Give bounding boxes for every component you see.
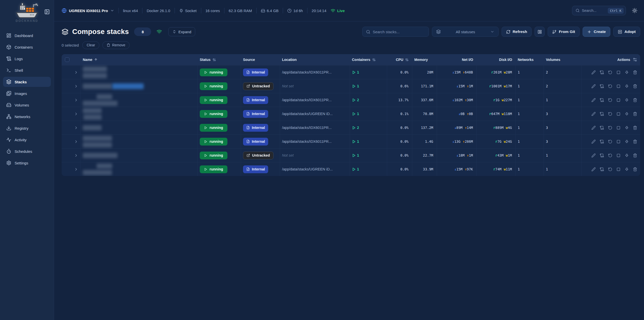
edit-pencil-icon[interactable]	[591, 153, 596, 158]
from-git-button[interactable]: From Git	[548, 27, 580, 37]
edit-pencil-icon[interactable]	[591, 70, 596, 75]
delete-trash-icon[interactable]	[633, 70, 637, 75]
stop-icon[interactable]	[616, 98, 621, 102]
col-header-disk[interactable]: Disk I/O	[477, 54, 516, 65]
delete-trash-icon[interactable]	[633, 139, 637, 144]
row-expand-toggle[interactable]	[72, 121, 81, 134]
edit-pencil-icon[interactable]	[591, 167, 596, 171]
col-header-status[interactable]: Status	[198, 54, 241, 65]
stop-icon[interactable]	[616, 70, 621, 75]
pull-down-icon[interactable]	[625, 167, 629, 171]
stop-icon[interactable]	[616, 153, 621, 158]
col-header-networks[interactable]: Networks	[516, 54, 544, 65]
row-expand-toggle[interactable]	[72, 107, 81, 121]
row-expand-toggle[interactable]	[72, 93, 81, 107]
edit-pencil-icon[interactable]	[591, 84, 596, 88]
edit-pencil-icon[interactable]	[591, 98, 596, 102]
delete-trash-icon[interactable]	[633, 112, 637, 116]
row-expand-toggle[interactable]	[72, 79, 81, 93]
edit-pencil-icon[interactable]	[591, 126, 596, 130]
sidebar-item-registry[interactable]: Registry	[3, 123, 51, 133]
row-expand-toggle[interactable]	[72, 65, 81, 79]
row-expand-toggle[interactable]	[72, 149, 81, 162]
sidebar-item-settings[interactable]: Settings	[3, 158, 51, 168]
logs-scroll-icon[interactable]	[600, 153, 604, 158]
col-header-source[interactable]: Source	[241, 54, 280, 65]
stack-name-cell[interactable]	[81, 121, 198, 134]
stack-name-cell[interactable]	[81, 93, 198, 107]
stack-name-cell[interactable]	[81, 135, 198, 148]
sidebar-item-volumes[interactable]: Volumes	[3, 100, 51, 110]
col-header-name[interactable]: Name	[81, 54, 198, 65]
delete-trash-icon[interactable]	[633, 84, 637, 88]
delete-trash-icon[interactable]	[633, 126, 637, 130]
logs-scroll-icon[interactable]	[600, 98, 604, 102]
create-button[interactable]: Create	[583, 27, 610, 37]
restart-icon[interactable]	[608, 153, 612, 158]
column-settings-icon[interactable]	[633, 57, 637, 62]
restart-icon[interactable]	[608, 126, 612, 130]
stack-search-input[interactable]	[373, 30, 425, 34]
select-all-checkbox[interactable]	[65, 57, 69, 62]
stack-name-cell[interactable]	[81, 107, 198, 121]
row-expand-toggle[interactable]	[72, 135, 81, 148]
stack-name-cell[interactable]	[81, 162, 198, 176]
col-header-net[interactable]: Net I/O	[437, 54, 477, 65]
adopt-button[interactable]: Adopt	[613, 27, 640, 37]
stack-name-cell[interactable]	[81, 79, 198, 93]
logs-scroll-icon[interactable]	[600, 70, 604, 75]
restart-icon[interactable]	[608, 98, 612, 102]
sidebar-item-schedules[interactable]: Schedules	[3, 146, 51, 156]
pull-down-icon[interactable]	[625, 153, 629, 158]
status-filter-select[interactable]: All statuses	[432, 27, 499, 37]
logs-scroll-icon[interactable]	[600, 126, 604, 130]
sidebar-item-containers[interactable]: Containers	[3, 42, 51, 52]
restart-icon[interactable]	[608, 167, 612, 171]
expand-button[interactable]: Expand	[168, 27, 195, 36]
restart-icon[interactable]	[608, 84, 612, 88]
col-header-location[interactable]: Location	[280, 54, 350, 65]
stack-search[interactable]	[362, 27, 429, 37]
stack-name-cell[interactable]	[81, 65, 198, 79]
host-selector[interactable]: UGREEN iDX6011 Pro	[62, 8, 114, 13]
sidebar-item-images[interactable]: Images	[3, 88, 51, 98]
restart-icon[interactable]	[608, 70, 612, 75]
sidebar-item-stacks[interactable]: Stacks	[3, 77, 51, 87]
delete-trash-icon[interactable]	[633, 153, 637, 158]
sidebar-item-activity[interactable]: Activity	[3, 135, 51, 145]
logs-scroll-icon[interactable]	[600, 139, 604, 144]
sidebar-item-shell[interactable]: Shell	[3, 65, 51, 75]
remove-selection-button[interactable]: Remove	[102, 41, 130, 49]
pull-down-icon[interactable]	[625, 98, 629, 102]
col-header-containers[interactable]: Containers	[350, 54, 387, 65]
col-header-volumes[interactable]: Volumes	[544, 54, 582, 65]
global-search-input[interactable]	[582, 9, 606, 13]
stop-icon[interactable]	[616, 167, 621, 171]
edit-pencil-icon[interactable]	[591, 139, 596, 144]
clear-selection-button[interactable]: Clear	[82, 41, 99, 49]
logs-scroll-icon[interactable]	[600, 84, 604, 88]
stop-icon[interactable]	[616, 84, 621, 88]
sidebar-item-networks[interactable]: Networks	[3, 112, 51, 122]
row-expand-toggle[interactable]	[72, 162, 81, 176]
pull-down-icon[interactable]	[625, 139, 629, 144]
stop-icon[interactable]	[616, 126, 621, 130]
pull-down-icon[interactable]	[625, 84, 629, 88]
refresh-button[interactable]: Refresh	[502, 27, 532, 37]
logs-scroll-icon[interactable]	[600, 167, 604, 171]
restart-icon[interactable]	[608, 112, 612, 116]
logs-scroll-icon[interactable]	[600, 112, 604, 116]
delete-trash-icon[interactable]	[633, 167, 637, 171]
stack-name-cell[interactable]	[81, 149, 198, 162]
delete-trash-icon[interactable]	[633, 98, 637, 102]
theme-toggle-sun-icon[interactable]	[632, 8, 637, 13]
pull-down-icon[interactable]	[625, 112, 629, 116]
pull-down-icon[interactable]	[625, 70, 629, 75]
pull-down-icon[interactable]	[625, 126, 629, 130]
sidebar-item-logs[interactable]: Logs	[3, 54, 51, 64]
col-header-cpu[interactable]: CPU	[387, 54, 412, 65]
layout-toggle-button[interactable]	[535, 27, 545, 37]
stop-icon[interactable]	[616, 112, 621, 116]
col-header-memory[interactable]: Memory	[412, 54, 437, 65]
sidebar-item-dashboard[interactable]: Dashboard	[3, 30, 51, 41]
